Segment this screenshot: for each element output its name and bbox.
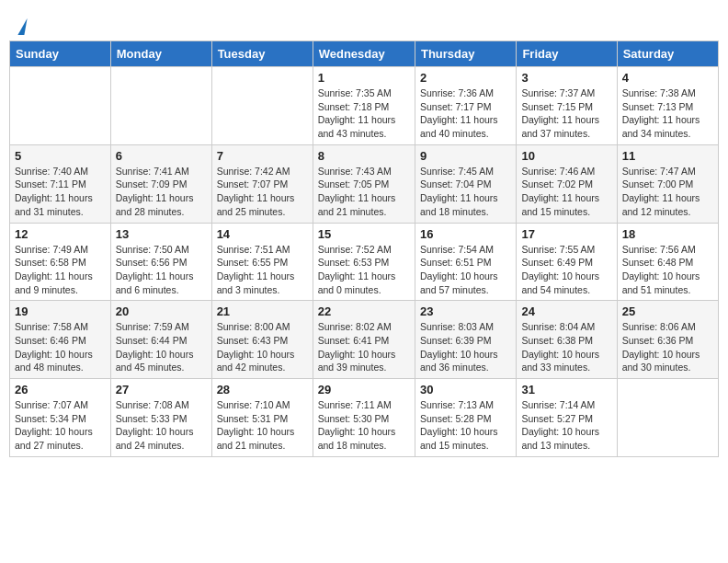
day-number: 10 xyxy=(521,149,611,163)
weekday-header: Tuesday xyxy=(211,41,313,67)
weekday-header: Saturday xyxy=(617,41,718,67)
day-info: Sunrise: 7:11 AM Sunset: 5:30 PM Dayligh… xyxy=(318,398,410,453)
day-info: Sunrise: 8:06 AM Sunset: 6:36 PM Dayligh… xyxy=(622,320,713,374)
day-info: Sunrise: 7:46 AM Sunset: 7:02 PM Dayligh… xyxy=(521,165,611,219)
day-number: 28 xyxy=(217,383,308,396)
calendar-cell: 19Sunrise: 7:58 AM Sunset: 6:46 PM Dayli… xyxy=(10,301,111,379)
day-number: 26 xyxy=(15,383,106,396)
day-info: Sunrise: 7:40 AM Sunset: 7:11 PM Dayligh… xyxy=(15,165,106,219)
day-info: Sunrise: 7:13 AM Sunset: 5:28 PM Dayligh… xyxy=(420,398,511,453)
day-info: Sunrise: 7:37 AM Sunset: 7:15 PM Dayligh… xyxy=(521,86,611,141)
calendar-cell: 27Sunrise: 7:08 AM Sunset: 5:33 PM Dayli… xyxy=(110,379,211,457)
calendar-cell: 23Sunrise: 8:03 AM Sunset: 6:39 PM Dayli… xyxy=(415,301,516,379)
calendar-cell: 4Sunrise: 7:38 AM Sunset: 7:13 PM Daylig… xyxy=(617,67,718,145)
calendar-cell: 11Sunrise: 7:47 AM Sunset: 7:00 PM Dayli… xyxy=(617,144,718,223)
calendar-cell: 6Sunrise: 7:41 AM Sunset: 7:09 PM Daylig… xyxy=(110,144,211,223)
day-info: Sunrise: 7:43 AM Sunset: 7:05 PM Dayligh… xyxy=(318,165,410,219)
calendar-table: SundayMondayTuesdayWednesdayThursdayFrid… xyxy=(9,40,719,457)
day-number: 14 xyxy=(217,227,308,241)
day-info: Sunrise: 8:03 AM Sunset: 6:39 PM Dayligh… xyxy=(420,320,511,374)
day-info: Sunrise: 7:45 AM Sunset: 7:04 PM Dayligh… xyxy=(420,165,511,219)
day-number: 2 xyxy=(420,71,511,85)
day-number: 22 xyxy=(318,304,410,318)
calendar-cell: 14Sunrise: 7:51 AM Sunset: 6:55 PM Dayli… xyxy=(211,223,313,301)
weekday-header: Friday xyxy=(517,41,617,67)
calendar-cell: 25Sunrise: 8:06 AM Sunset: 6:36 PM Dayli… xyxy=(617,301,718,379)
calendar-cell xyxy=(110,67,211,145)
calendar-cell: 24Sunrise: 8:04 AM Sunset: 6:38 PM Dayli… xyxy=(517,301,617,379)
calendar-cell: 29Sunrise: 7:11 AM Sunset: 5:30 PM Dayli… xyxy=(313,379,415,457)
day-info: Sunrise: 7:58 AM Sunset: 6:46 PM Dayligh… xyxy=(15,320,106,374)
day-info: Sunrise: 7:52 AM Sunset: 6:53 PM Dayligh… xyxy=(318,243,410,297)
day-number: 23 xyxy=(420,304,511,318)
weekday-header: Monday xyxy=(110,41,211,67)
day-info: Sunrise: 7:38 AM Sunset: 7:13 PM Dayligh… xyxy=(622,86,713,141)
calendar-week-row: 19Sunrise: 7:58 AM Sunset: 6:46 PM Dayli… xyxy=(10,301,719,379)
day-number: 4 xyxy=(622,71,713,85)
calendar-cell: 9Sunrise: 7:45 AM Sunset: 7:04 PM Daylig… xyxy=(415,144,516,223)
day-info: Sunrise: 7:54 AM Sunset: 6:51 PM Dayligh… xyxy=(420,243,511,297)
day-number: 24 xyxy=(521,304,611,318)
day-number: 12 xyxy=(15,227,106,241)
calendar-cell: 1Sunrise: 7:35 AM Sunset: 7:18 PM Daylig… xyxy=(313,67,415,145)
calendar-cell: 17Sunrise: 7:55 AM Sunset: 6:49 PM Dayli… xyxy=(517,223,617,301)
calendar-week-row: 12Sunrise: 7:49 AM Sunset: 6:58 PM Dayli… xyxy=(10,223,719,301)
day-info: Sunrise: 7:08 AM Sunset: 5:33 PM Dayligh… xyxy=(116,398,207,453)
calendar-cell xyxy=(617,379,718,457)
calendar-cell: 20Sunrise: 7:59 AM Sunset: 6:44 PM Dayli… xyxy=(110,301,211,379)
calendar-cell: 21Sunrise: 8:00 AM Sunset: 6:43 PM Dayli… xyxy=(211,301,313,379)
day-info: Sunrise: 7:49 AM Sunset: 6:58 PM Dayligh… xyxy=(15,243,106,297)
day-number: 7 xyxy=(217,149,308,163)
day-info: Sunrise: 7:36 AM Sunset: 7:17 PM Dayligh… xyxy=(420,86,511,141)
calendar-cell: 26Sunrise: 7:07 AM Sunset: 5:34 PM Dayli… xyxy=(10,379,111,457)
day-number: 30 xyxy=(420,383,511,396)
day-info: Sunrise: 8:02 AM Sunset: 6:41 PM Dayligh… xyxy=(318,320,410,374)
weekday-header-row: SundayMondayTuesdayWednesdayThursdayFrid… xyxy=(10,41,719,67)
day-number: 3 xyxy=(521,71,611,85)
day-number: 20 xyxy=(116,304,207,318)
weekday-header: Thursday xyxy=(415,41,516,67)
day-info: Sunrise: 7:14 AM Sunset: 5:27 PM Dayligh… xyxy=(521,398,611,453)
day-number: 21 xyxy=(217,304,308,318)
day-info: Sunrise: 8:04 AM Sunset: 6:38 PM Dayligh… xyxy=(521,320,611,374)
day-info: Sunrise: 7:07 AM Sunset: 5:34 PM Dayligh… xyxy=(15,398,106,453)
calendar-cell: 28Sunrise: 7:10 AM Sunset: 5:31 PM Dayli… xyxy=(211,379,313,457)
day-number: 1 xyxy=(318,71,410,85)
calendar-cell: 18Sunrise: 7:56 AM Sunset: 6:48 PM Dayli… xyxy=(617,223,718,301)
day-number: 31 xyxy=(521,383,611,396)
calendar-cell: 8Sunrise: 7:43 AM Sunset: 7:05 PM Daylig… xyxy=(313,144,415,223)
day-info: Sunrise: 7:47 AM Sunset: 7:00 PM Dayligh… xyxy=(622,165,713,219)
day-number: 29 xyxy=(318,383,410,396)
calendar-cell xyxy=(10,67,111,145)
day-number: 5 xyxy=(15,149,106,163)
day-info: Sunrise: 8:00 AM Sunset: 6:43 PM Dayligh… xyxy=(217,320,308,374)
logo-triangle-icon xyxy=(17,18,27,35)
day-info: Sunrise: 7:50 AM Sunset: 6:56 PM Dayligh… xyxy=(116,243,207,297)
day-number: 19 xyxy=(15,304,106,318)
day-info: Sunrise: 7:55 AM Sunset: 6:49 PM Dayligh… xyxy=(521,243,611,297)
day-number: 16 xyxy=(420,227,511,241)
day-number: 9 xyxy=(420,149,511,163)
day-number: 17 xyxy=(521,227,611,241)
day-number: 13 xyxy=(116,227,207,241)
day-info: Sunrise: 7:51 AM Sunset: 6:55 PM Dayligh… xyxy=(217,243,308,297)
logo xyxy=(18,18,26,31)
calendar-cell xyxy=(211,67,313,145)
calendar-cell: 30Sunrise: 7:13 AM Sunset: 5:28 PM Dayli… xyxy=(415,379,516,457)
calendar-cell: 13Sunrise: 7:50 AM Sunset: 6:56 PM Dayli… xyxy=(110,223,211,301)
calendar-cell: 31Sunrise: 7:14 AM Sunset: 5:27 PM Dayli… xyxy=(517,379,617,457)
calendar-week-row: 1Sunrise: 7:35 AM Sunset: 7:18 PM Daylig… xyxy=(10,67,719,145)
calendar-cell: 3Sunrise: 7:37 AM Sunset: 7:15 PM Daylig… xyxy=(517,67,617,145)
calendar-cell: 12Sunrise: 7:49 AM Sunset: 6:58 PM Dayli… xyxy=(10,223,111,301)
day-info: Sunrise: 7:35 AM Sunset: 7:18 PM Dayligh… xyxy=(318,86,410,141)
day-info: Sunrise: 7:10 AM Sunset: 5:31 PM Dayligh… xyxy=(217,398,308,453)
calendar-cell: 5Sunrise: 7:40 AM Sunset: 7:11 PM Daylig… xyxy=(10,144,111,223)
day-number: 11 xyxy=(622,149,713,163)
calendar-cell: 15Sunrise: 7:52 AM Sunset: 6:53 PM Dayli… xyxy=(313,223,415,301)
day-info: Sunrise: 7:42 AM Sunset: 7:07 PM Dayligh… xyxy=(217,165,308,219)
calendar-week-row: 26Sunrise: 7:07 AM Sunset: 5:34 PM Dayli… xyxy=(10,379,719,457)
day-number: 18 xyxy=(622,227,713,241)
day-info: Sunrise: 7:56 AM Sunset: 6:48 PM Dayligh… xyxy=(622,243,713,297)
day-number: 27 xyxy=(116,383,207,396)
page-header xyxy=(9,9,719,36)
